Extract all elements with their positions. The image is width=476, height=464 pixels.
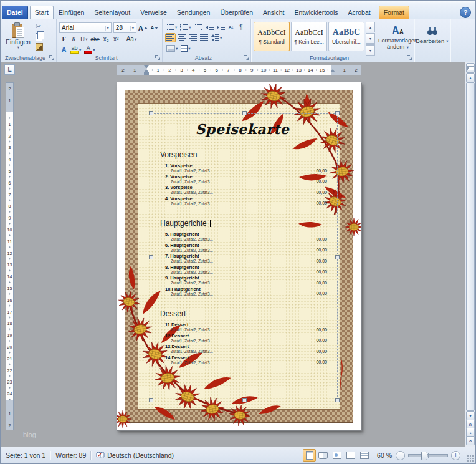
help-button[interactable]: ? — [460, 7, 471, 18]
text-effects-button[interactable]: A — [59, 45, 69, 54]
dialog-launcher-icon[interactable] — [244, 55, 249, 60]
tab-start[interactable]: Start — [30, 6, 54, 19]
italic-button[interactable]: K — [69, 34, 79, 44]
selection-handle[interactable] — [335, 111, 340, 115]
h-ruler[interactable]: 2112345678910111213141512 — [117, 65, 361, 75]
status-page-count[interactable]: Seite: 1 von 1 — [6, 452, 45, 459]
line-spacing-button[interactable]: ▾ — [210, 33, 223, 42]
multilevel-list-button[interactable] — [193, 22, 204, 32]
borders-button[interactable]: ▾ — [179, 44, 191, 53]
decrease-indent-button[interactable] — [204, 22, 215, 32]
tab-acrobat[interactable]: Acrobat — [343, 6, 375, 19]
next-page-button[interactable]: « — [466, 436, 475, 445]
tab-überprüfen[interactable]: Überprüfen — [215, 6, 258, 19]
chevron-down-icon[interactable]: ▾ — [130, 26, 134, 31]
ruler-number: 1 — [343, 67, 346, 73]
numbered-list-button[interactable]: ▾ — [179, 22, 192, 32]
font-name-combo[interactable]: Arial▾ — [59, 22, 112, 33]
scroll-down-button[interactable]: ▼ — [466, 411, 475, 420]
justify-button[interactable] — [199, 33, 209, 42]
tab-verweise[interactable]: Verweise — [135, 6, 172, 19]
selection-handle[interactable] — [149, 255, 153, 259]
selection-handle[interactable] — [335, 398, 340, 402]
cut-button[interactable]: ✂ — [34, 22, 50, 31]
selection-handle[interactable] — [242, 111, 247, 115]
highlight-button[interactable]: ab▾ — [69, 45, 82, 54]
selection-handle[interactable] — [335, 255, 340, 259]
change-case-button[interactable]: Aa▾ — [125, 34, 138, 44]
zoom-slider[interactable] — [408, 454, 448, 457]
underline-button[interactable]: U▾ — [79, 34, 89, 44]
style-card[interactable]: AaBbCcI¶ Kein Lee... — [291, 22, 327, 51]
view-outline-button[interactable] — [344, 449, 357, 462]
outline-view-icon — [346, 452, 355, 459]
grow-font-button[interactable]: A — [137, 23, 149, 32]
styles-scroll-down-button[interactable]: ▾ — [366, 33, 375, 44]
style-card[interactable]: AaBbCÜberschrif... — [328, 22, 364, 51]
bold-button[interactable]: F — [59, 34, 69, 44]
view-print-layout-button[interactable] — [303, 449, 316, 462]
zoom-in-button[interactable]: + — [451, 451, 460, 460]
dialog-launcher-icon[interactable] — [49, 55, 54, 60]
right-indent-marker[interactable] — [330, 69, 335, 72]
menu-item-name: 4. Vorspeise — [165, 196, 316, 201]
view-draft-button[interactable] — [358, 449, 371, 462]
tab-stop-selector[interactable]: L — [4, 64, 15, 75]
selection-handle[interactable] — [149, 111, 153, 115]
paste-button[interactable]: Einfügen ▾ — [3, 22, 33, 54]
selection-handle[interactable] — [242, 398, 247, 402]
editing-button[interactable]: Bearbeiten▾ — [417, 25, 447, 46]
scroll-up-button[interactable]: ▲ — [466, 73, 475, 82]
shading-button[interactable]: ▾ — [165, 44, 179, 53]
change-styles-button[interactable]: AA Formatvorlagen ändern ▾ — [378, 22, 418, 51]
resize-grip[interactable] — [467, 455, 474, 462]
zoom-out-button[interactable]: − — [396, 451, 405, 460]
increase-indent-button[interactable] — [216, 22, 226, 32]
chevron-down-icon[interactable]: ▾ — [105, 26, 109, 31]
v-ruler[interactable]: 2112345678910111213141516171819202122232… — [6, 82, 14, 430]
first-line-indent-marker[interactable] — [144, 65, 149, 69]
subscript-button[interactable]: x₂ — [102, 34, 111, 44]
bullet-list-button[interactable]: ▾ — [165, 22, 178, 32]
view-web-layout-button[interactable] — [330, 449, 343, 462]
copy-button[interactable] — [34, 32, 50, 41]
show-paragraph-marks-button[interactable]: ¶ — [237, 22, 246, 32]
tab-sendungen[interactable]: Sendungen — [172, 6, 216, 19]
tab-seitenlayout[interactable]: Seitenlayout — [89, 6, 135, 19]
dialog-launcher-icon[interactable] — [407, 55, 412, 60]
document-page[interactable]: Speisekarte Vorspeisen1. VorspeiseZutat1… — [117, 82, 361, 430]
proofing-book-icon[interactable] — [96, 452, 105, 459]
tab-ansicht[interactable]: Ansicht — [258, 6, 289, 19]
scrollbar-thumb[interactable] — [466, 82, 475, 411]
status-language[interactable]: Deutsch (Deutschland) — [107, 452, 174, 459]
shrink-font-button[interactable]: A — [150, 23, 159, 32]
dialog-launcher-icon[interactable] — [155, 55, 160, 60]
v-scrollbar[interactable]: ▲ ▼ « ● « — [465, 62, 475, 447]
align-center-button[interactable] — [176, 33, 187, 42]
styles-scroll-up-button[interactable]: ▴ — [366, 22, 375, 32]
style-card[interactable]: AaBbCcI¶ Standard — [254, 22, 290, 51]
superscript-button[interactable]: x² — [112, 34, 121, 44]
format-painter-button[interactable] — [34, 42, 50, 51]
status-word-count[interactable]: Wörter: 89 — [55, 452, 86, 459]
styles-more-button[interactable]: ▾ — [366, 44, 375, 56]
left-indent-marker[interactable] — [144, 72, 149, 75]
zoom-slider-thumb[interactable] — [421, 452, 427, 460]
text-frame[interactable]: Speisekarte Vorspeisen1. VorspeiseZutat1… — [151, 113, 338, 400]
sort-button[interactable]: A↓ — [227, 22, 236, 32]
ruler-number: 10 — [261, 67, 267, 73]
tab-format[interactable]: Format — [379, 6, 409, 19]
tab-entwicklertools[interactable]: Entwicklertools — [289, 6, 343, 19]
menu-item-price: 00,00 — [316, 327, 327, 332]
tab-einfügen[interactable]: Einfügen — [54, 6, 89, 19]
selection-handle[interactable] — [149, 398, 153, 402]
align-right-button[interactable] — [188, 33, 198, 42]
strikethrough-button[interactable]: abe — [90, 34, 101, 44]
view-fullscreen-reading-button[interactable] — [317, 449, 330, 462]
ruler-toggle-button[interactable] — [466, 63, 475, 73]
align-left-button[interactable] — [165, 33, 176, 42]
font-size-combo[interactable]: 28▾ — [113, 22, 136, 33]
zoom-level[interactable]: 60 % — [377, 452, 392, 459]
tab-datei[interactable]: Datei — [2, 6, 28, 19]
font-color-button[interactable]: A▾ — [83, 45, 96, 54]
